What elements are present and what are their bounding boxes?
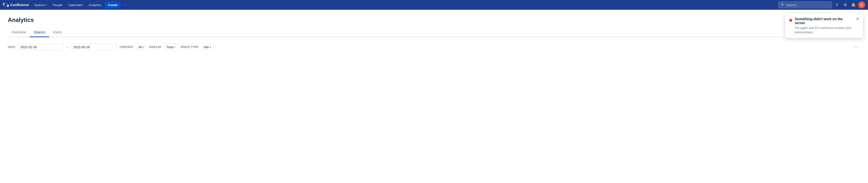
create-button[interactable]: Create: [105, 1, 120, 8]
help-button[interactable]: ?: [833, 1, 840, 8]
date-dash: –: [67, 45, 68, 49]
gear-icon: ⚙: [844, 3, 847, 7]
more-options-button[interactable]: ···: [852, 43, 860, 51]
nav-more-button[interactable]: ···: [122, 1, 128, 8]
error-body: Something didn't work on the server Try …: [795, 17, 854, 35]
space-type-value: Site: [204, 45, 209, 49]
tab-users[interactable]: Users: [49, 28, 66, 37]
display-chevron-icon: ▾: [174, 46, 176, 48]
display-label: DISPLAY: [149, 45, 161, 48]
display-value: Total: [166, 45, 173, 49]
page-title: Analytics: [8, 16, 860, 23]
search-placeholder-text: Search: [786, 3, 796, 7]
filter-bar: DATE – CONTENT All ▾ DISPLAY Total ▾ SPA…: [8, 43, 860, 51]
help-icon: ?: [836, 3, 838, 7]
nav-people[interactable]: People: [50, 0, 65, 10]
date-from-input[interactable]: [18, 43, 64, 50]
tabs-bar: Overview Spaces Users: [8, 28, 860, 37]
avatar-initials: U: [861, 3, 863, 7]
display-select[interactable]: Total ▾: [164, 43, 178, 50]
confluence-logo-text: Confluence: [10, 3, 29, 7]
content-label: CONTENT: [120, 45, 133, 48]
error-title: Something didn't work on the server: [795, 17, 854, 25]
user-avatar[interactable]: U: [858, 1, 865, 8]
error-close-button[interactable]: ✕: [856, 17, 859, 21]
main-content: Analytics Overview Spaces Users DATE – C…: [0, 10, 868, 183]
space-type-label: SPACE TYPE: [181, 45, 198, 48]
space-type-select[interactable]: Site ▾: [201, 43, 213, 50]
content-chevron-icon: ▾: [143, 46, 144, 48]
notifications-button[interactable]: 🔔: [850, 1, 857, 8]
search-icon: 🔍: [781, 3, 785, 7]
more-dots-icon: ···: [855, 45, 858, 49]
date-to-input[interactable]: [71, 43, 117, 50]
date-label: DATE: [8, 45, 16, 48]
nav-spaces[interactable]: Spaces ▾: [32, 0, 49, 10]
error-icon: ◆: [789, 17, 793, 23]
content-value: All: [138, 45, 142, 49]
settings-button[interactable]: ⚙: [842, 1, 848, 8]
tab-spaces[interactable]: Spaces: [30, 28, 49, 37]
space-type-chevron-icon: ▾: [210, 46, 211, 48]
nav-analytics[interactable]: Analytics: [86, 0, 104, 10]
nav-calendars[interactable]: Calendars: [66, 0, 85, 10]
tab-overview[interactable]: Overview: [8, 28, 30, 37]
search-box[interactable]: 🔍 Search: [778, 1, 832, 8]
confluence-logo[interactable]: Confluence: [3, 2, 29, 8]
error-message: Try again and if it continues contact yo…: [795, 26, 854, 35]
spaces-chevron-icon: ▾: [45, 4, 47, 6]
top-navigation: Confluence Spaces ▾ People Calendars Ana…: [0, 0, 868, 10]
bell-icon: 🔔: [851, 3, 856, 7]
content-select[interactable]: All ▾: [136, 43, 146, 50]
confluence-logo-icon: [3, 2, 9, 8]
nav-right-section: 🔍 Search ? ⚙ 🔔 U: [778, 1, 865, 8]
error-toast: ◆ Something didn't work on the server Tr…: [785, 14, 863, 38]
